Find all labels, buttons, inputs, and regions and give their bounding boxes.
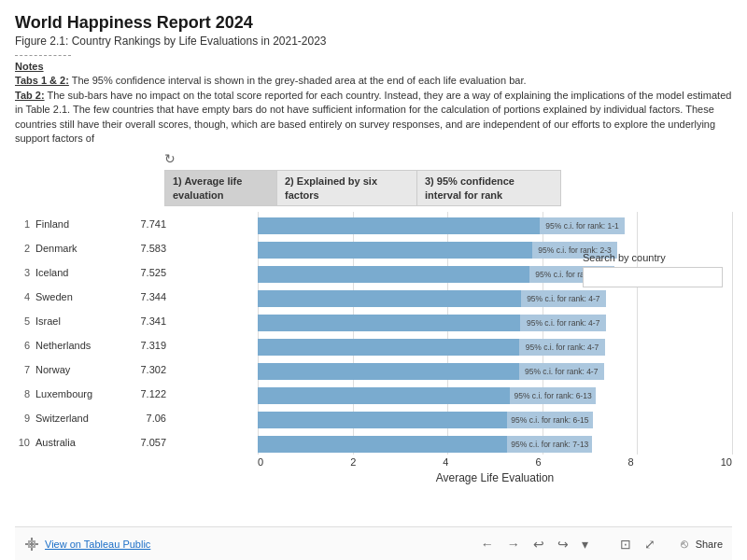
country-name: Netherlands bbox=[35, 340, 129, 351]
rank-num: 8 bbox=[15, 388, 35, 399]
score-value: 7.344 bbox=[129, 291, 166, 302]
tableau-link[interactable]: View on Tableau Public bbox=[45, 539, 150, 550]
bar-row: 95% c.i. for rank: 6-15 bbox=[258, 406, 732, 430]
table-row: 5 Israel 7.341 bbox=[15, 309, 258, 333]
svg-rect-1 bbox=[25, 543, 38, 545]
notes-label: Notes bbox=[15, 61, 44, 72]
ci-overlay: 95% c.i. for rank: 4-7 bbox=[520, 315, 605, 331]
score-value: 7.122 bbox=[129, 388, 166, 399]
expand-btn[interactable]: ⤢ bbox=[641, 537, 658, 552]
table-row: 3 Iceland 7.525 bbox=[15, 260, 258, 285]
ci-overlay: 95% c.i. for rank: 4-7 bbox=[519, 339, 604, 356]
tab2-label: Tab 2: bbox=[15, 90, 45, 101]
table-row: 4 Sweden 7.344 bbox=[15, 285, 258, 309]
screen-btn[interactable]: ⊡ bbox=[617, 537, 634, 552]
bar-row: 95% c.i. for rank: 6-13 bbox=[258, 382, 732, 406]
bar-fill: 95% c.i. for rank: 4-7 bbox=[258, 339, 605, 356]
rank-num: 9 bbox=[15, 413, 35, 424]
undo-btn[interactable]: ↩ bbox=[530, 537, 547, 552]
rank-num: 10 bbox=[15, 437, 35, 448]
search-label: Search by country bbox=[583, 252, 732, 263]
ci-overlay: 95% c.i. for rank: 6-13 bbox=[510, 387, 595, 404]
bar-fill: 95% c.i. for rank: 7-13 bbox=[258, 436, 592, 453]
back-btn[interactable]: ← bbox=[478, 537, 497, 552]
svg-rect-5 bbox=[28, 546, 35, 548]
ci-overlay: 95% c.i. for rank: 7-13 bbox=[507, 436, 592, 453]
score-value: 7.341 bbox=[129, 315, 166, 327]
score-value: 7.06 bbox=[129, 413, 166, 424]
share-label: Share bbox=[696, 539, 723, 550]
col-header-3[interactable]: 3) 95% confidence interval for rank bbox=[416, 170, 561, 206]
notes-section: Notes Tabs 1 & 2: The 95% confidence int… bbox=[15, 60, 732, 146]
refresh-icon[interactable]: ↻ bbox=[164, 151, 732, 166]
bar-fill: 95% c.i. for rank: 2-5 bbox=[258, 266, 614, 283]
bar-fill: 95% c.i. for rank: 6-13 bbox=[258, 387, 596, 404]
search-section: Search by country bbox=[583, 252, 732, 287]
bar-fill: 95% c.i. for rank: 4-7 bbox=[258, 315, 606, 331]
x-tick: 0 bbox=[258, 456, 263, 468]
gridline bbox=[732, 212, 733, 455]
table-row: 6 Netherlands 7.319 bbox=[15, 333, 258, 357]
x-tick: 8 bbox=[628, 456, 634, 468]
ci-overlay: 95% c.i. for rank: 4-7 bbox=[519, 363, 604, 380]
rank-num: 5 bbox=[15, 315, 35, 327]
rank-num: 6 bbox=[15, 340, 35, 351]
bar-fill: 95% c.i. for rank: 4-7 bbox=[258, 290, 606, 307]
bottom-nav: ← → ↩ ↪ ▾ ⊡ ⤢ ⎋ Share bbox=[478, 537, 723, 552]
rank-num: 4 bbox=[15, 291, 35, 302]
page-subtitle: Figure 2.1: Country Rankings by Life Eva… bbox=[15, 35, 732, 48]
x-axis-label: Average Life Evaluation bbox=[258, 471, 732, 484]
bar-fill: 95% c.i. for rank: 2-3 bbox=[258, 242, 617, 259]
score-value: 7.583 bbox=[129, 243, 166, 254]
divider bbox=[15, 55, 71, 56]
bar-row: 95% c.i. for rank: 1-1 bbox=[258, 212, 732, 236]
country-name: Australia bbox=[35, 437, 129, 448]
x-tick: 6 bbox=[535, 456, 541, 468]
bar-fill: 95% c.i. for rank: 1-1 bbox=[258, 217, 625, 234]
table-row: 2 Denmark 7.583 bbox=[15, 236, 258, 260]
search-input[interactable] bbox=[583, 267, 723, 287]
rank-num: 7 bbox=[15, 364, 35, 375]
x-tick: 10 bbox=[721, 456, 732, 468]
x-tick: 2 bbox=[350, 456, 356, 468]
col-header-2[interactable]: 2) Explained by six factors bbox=[276, 170, 416, 206]
country-name: Norway bbox=[35, 364, 129, 375]
bottom-left: View on Tableau Public bbox=[24, 537, 150, 552]
tableau-icon bbox=[24, 537, 39, 552]
svg-rect-4 bbox=[28, 540, 35, 542]
score-value: 7.319 bbox=[129, 340, 166, 351]
rank-num: 2 bbox=[15, 243, 35, 254]
redo-btn[interactable]: ↪ bbox=[555, 537, 571, 552]
score-value: 7.302 bbox=[129, 364, 166, 375]
bottom-bar: View on Tableau Public ← → ↩ ↪ ▾ ⊡ ⤢ ⎋ S… bbox=[15, 526, 732, 560]
main-container: World Happiness Report 2024 Figure 2.1: … bbox=[0, 0, 747, 560]
ci-overlay: 95% c.i. for rank: 4-7 bbox=[521, 290, 606, 307]
table-row: 10 Australia 7.057 bbox=[15, 430, 258, 455]
bar-row: 95% c.i. for rank: 4-7 bbox=[258, 357, 732, 382]
country-name: Iceland bbox=[35, 267, 129, 278]
bar-fill: 95% c.i. for rank: 6-15 bbox=[258, 412, 593, 428]
country-name: Israel bbox=[35, 315, 129, 327]
bar-row: 95% c.i. for rank: 4-7 bbox=[258, 285, 732, 309]
score-value: 7.057 bbox=[129, 437, 166, 448]
table-row: 9 Switzerland 7.06 bbox=[15, 406, 258, 430]
table-row: 7 Norway 7.302 bbox=[15, 357, 258, 382]
table-row: 1 Finland 7.741 bbox=[15, 212, 258, 236]
chart-area: ↻ 1) Average life evaluation 2) Explaine… bbox=[15, 151, 732, 526]
rank-num: 1 bbox=[15, 218, 35, 230]
share-button[interactable]: Share bbox=[696, 539, 723, 550]
country-name: Sweden bbox=[35, 291, 129, 302]
country-name: Switzerland bbox=[35, 413, 129, 424]
x-tick: 4 bbox=[443, 456, 448, 468]
rank-num: 3 bbox=[15, 267, 35, 278]
col-header-1[interactable]: 1) Average life evaluation bbox=[164, 170, 276, 206]
bar-fill: 95% c.i. for rank: 4-7 bbox=[258, 363, 604, 380]
column-headers: 1) Average life evaluation 2) Explained … bbox=[164, 170, 732, 206]
nav-arrow[interactable]: ▾ bbox=[579, 537, 591, 552]
data-section: 1 Finland 7.741 2 Denmark 7.583 3 Icelan… bbox=[15, 212, 732, 526]
bar-row: 95% c.i. for rank: 7-13 bbox=[258, 430, 732, 455]
ci-overlay: 95% c.i. for rank: 1-1 bbox=[540, 217, 625, 234]
forward-btn[interactable]: → bbox=[504, 537, 523, 552]
table-row: 8 Luxembourg 7.122 bbox=[15, 382, 258, 406]
bars-container: 95% c.i. for rank: 1-195% c.i. for rank:… bbox=[258, 212, 732, 455]
